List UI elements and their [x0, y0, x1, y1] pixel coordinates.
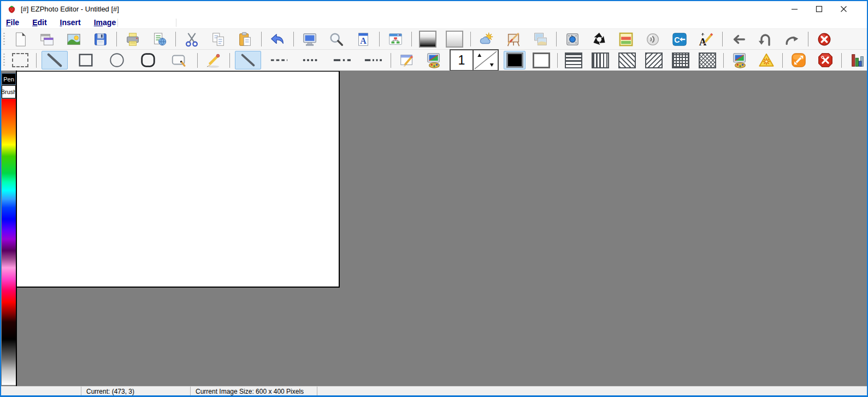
menu-insert[interactable]: Insert: [54, 18, 87, 27]
text-button[interactable]: A: [352, 30, 374, 49]
forward-button[interactable]: [781, 30, 803, 49]
rectangle-tool-button[interactable]: [73, 51, 99, 69]
pen-mode-button[interactable]: Pen: [2, 73, 16, 85]
drawing-canvas[interactable]: [17, 71, 340, 288]
menu-image-rest: age: [103, 18, 116, 27]
cut-button[interactable]: [181, 30, 203, 49]
zoom-button[interactable]: [326, 30, 347, 49]
print-button[interactable]: [122, 30, 144, 49]
back-button[interactable]: [728, 30, 749, 49]
open-image-button[interactable]: [63, 30, 85, 49]
color-gradient-strip[interactable]: [2, 99, 16, 385]
save-button[interactable]: [90, 30, 111, 49]
maximize-button[interactable]: [807, 1, 831, 16]
photos-icon: [532, 31, 548, 48]
line-style-solid-button[interactable]: [235, 51, 261, 69]
warning-triangle-icon: [758, 52, 775, 68]
toolbar-separator: [841, 53, 842, 68]
stop-tools-button[interactable]: [814, 51, 836, 69]
toolbar-grip[interactable]: [3, 54, 5, 67]
pencil-tool-button[interactable]: [203, 51, 225, 69]
copy-button[interactable]: [208, 30, 229, 49]
toolbar-separator: [808, 32, 808, 46]
pattern-grid-button[interactable]: [670, 51, 692, 69]
toolbar-tools: 1: [1, 49, 867, 71]
open-button[interactable]: [36, 30, 58, 49]
select-region-button[interactable]: [9, 51, 31, 69]
screen-palette-2-button[interactable]: [729, 51, 751, 69]
easel-icon: [505, 31, 522, 48]
line-width-value: 1: [451, 50, 474, 70]
undo-button[interactable]: [267, 30, 288, 49]
line-width-arrows[interactable]: [474, 50, 498, 70]
pattern-vertical-icon: [592, 52, 609, 68]
window-title: [#] EZPhoto Editor - Untitled [#]: [21, 5, 119, 13]
gradient-dark-button[interactable]: [417, 30, 439, 49]
selection-rect-icon: [12, 53, 28, 67]
pattern-diagonal-up-button[interactable]: [616, 51, 638, 69]
ce-app-button[interactable]: C: [669, 30, 690, 49]
maximize-icon: [816, 5, 823, 13]
exit-button[interactable]: [813, 30, 835, 49]
ellipse-tool-button[interactable]: [104, 51, 130, 69]
toolbar-grip[interactable]: [3, 33, 5, 45]
warning-button[interactable]: [755, 51, 777, 69]
callout-tool-button[interactable]: [166, 51, 192, 69]
photos-button[interactable]: [529, 30, 551, 49]
gradient-light-button[interactable]: [444, 30, 465, 49]
new-document-button[interactable]: [9, 30, 31, 49]
pattern-horizontal-button[interactable]: [563, 51, 584, 69]
screen-palette-button[interactable]: [423, 51, 445, 69]
font-edit-button[interactable]: A: [695, 30, 717, 49]
line-style-dash-dot-dot-button[interactable]: [359, 51, 386, 69]
resize-button[interactable]: [788, 51, 810, 69]
line-width-spinner[interactable]: 1: [450, 49, 499, 71]
toolbar-separator: [293, 32, 294, 46]
toolbar-separator: [379, 32, 380, 46]
rounded-rectangle-tool-button[interactable]: [135, 51, 161, 69]
window-layout-button[interactable]: [385, 30, 406, 49]
recycle-button[interactable]: [588, 30, 610, 49]
gradient-light-icon: [446, 31, 463, 48]
brightness-button[interactable]: [476, 30, 498, 49]
color-levels-button[interactable]: [615, 30, 637, 49]
image-icon: [66, 31, 82, 48]
paste-button[interactable]: [234, 30, 256, 49]
close-button[interactable]: [831, 1, 856, 16]
statistics-button[interactable]: [847, 51, 868, 69]
pattern-diagonal-down-button[interactable]: [643, 51, 665, 69]
statusbar: Current: (473, 3) Current Image Size: 60…: [1, 386, 867, 396]
fill-black-button[interactable]: [504, 51, 525, 69]
pencil-icon: [203, 51, 224, 69]
capture-device-button[interactable]: [562, 30, 583, 49]
minimize-button[interactable]: [782, 1, 807, 16]
display-button[interactable]: [299, 30, 321, 49]
ellipse-tool-icon: [107, 51, 127, 69]
pattern-grid-icon: [672, 52, 689, 68]
line-tool-button[interactable]: [42, 51, 68, 69]
print-preview-button[interactable]: [149, 30, 170, 49]
up-turn-button[interactable]: [754, 30, 776, 49]
pattern-crosshatch-icon: [699, 52, 716, 68]
brush-mode-button[interactable]: Brush: [2, 85, 16, 98]
paste-icon: [237, 31, 253, 48]
open-windows-icon: [39, 31, 55, 48]
text-document-icon: A: [355, 31, 371, 48]
font-pencil-icon: A: [698, 31, 715, 48]
line-style-dash-button[interactable]: [266, 51, 292, 69]
edit-window-button[interactable]: [396, 51, 418, 69]
fill-white-button[interactable]: [530, 51, 552, 69]
app-window: [#] EZPhoto Editor - Untitled [#] File E…: [0, 0, 868, 397]
menu-file[interactable]: File: [1, 18, 26, 27]
line-style-dot-button[interactable]: [297, 51, 323, 69]
ce-logo-icon: C: [671, 31, 688, 48]
line-style-dash-dot-button[interactable]: [328, 51, 355, 69]
sound-button[interactable]: [642, 30, 664, 49]
pattern-crosshatch-button[interactable]: [696, 51, 718, 69]
pattern-vertical-button[interactable]: [589, 51, 611, 69]
menu-edit[interactable]: Edit: [26, 18, 53, 27]
paint-easel-button[interactable]: [503, 30, 524, 49]
undo-arrow-icon: [269, 31, 286, 48]
menu-edit-rest: dit: [37, 18, 46, 27]
line-style-dot-icon: [300, 51, 321, 69]
